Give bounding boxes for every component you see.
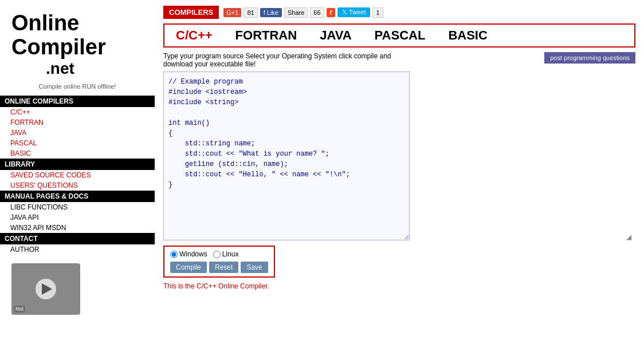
- sidebar-header-contact: CONTACT: [0, 233, 155, 244]
- logo: OnlineCompiler .net: [0, 6, 155, 81]
- sidebar-item-fortran[interactable]: FORTRAN: [0, 117, 155, 128]
- gplus-button[interactable]: G+1: [223, 8, 241, 17]
- sidebar-item-java[interactable]: JAVA: [0, 128, 155, 138]
- sidebar-item-basic[interactable]: BASIC: [0, 148, 155, 159]
- sidebar-item-cpp[interactable]: C/C++: [0, 107, 155, 117]
- sidebar-header-online-compilers: ONLINE COMPILERS: [0, 96, 155, 107]
- windows-label: Windows: [179, 250, 207, 258]
- linux-label: Linux: [222, 250, 239, 258]
- video-thumbnail[interactable]: RM: [11, 263, 80, 315]
- social-buttons: G+1 81 f Like Share 66 f 𝕏 Tweet 1: [223, 7, 383, 18]
- os-selector-row: Windows Linux: [170, 250, 268, 258]
- tweet-count: 1: [372, 7, 383, 18]
- gplus-count: 81: [244, 7, 257, 18]
- play-button[interactable]: [36, 279, 56, 299]
- fb-icon: f: [264, 9, 265, 16]
- sidebar-header-library: LIBRARY: [0, 159, 155, 170]
- logo-net: .net: [46, 60, 143, 78]
- tweet-button[interactable]: 𝕏 Tweet: [337, 7, 370, 17]
- sidebar-item-users-questions[interactable]: USERS' QUESTIONS: [0, 180, 155, 191]
- lang-nav-basic[interactable]: BASIC: [448, 28, 487, 43]
- instruction-text: Type your program source Select your Ope…: [163, 52, 392, 68]
- os-buttons-bar: Windows Linux Compile Reset Save: [163, 246, 275, 278]
- sidebar-item-author[interactable]: AUTHOR: [0, 244, 155, 255]
- code-editor[interactable]: // Example program #include <iostream> #…: [163, 72, 410, 240]
- footer-text: This is the C/C++ Online Compiler.: [163, 282, 635, 290]
- instruction-bar: Type your program source Select your Ope…: [163, 52, 635, 68]
- facebook-share-button[interactable]: Share: [284, 7, 308, 18]
- sidebar-item-win32[interactable]: WIN32 API MSDN: [0, 223, 155, 233]
- stumble-button[interactable]: f: [327, 8, 336, 17]
- action-buttons: Compile Reset Save: [170, 262, 268, 273]
- linux-radio[interactable]: [213, 251, 221, 258]
- lang-nav-cpp[interactable]: C/C++: [176, 28, 213, 43]
- play-triangle-icon: [42, 283, 52, 295]
- facebook-like-button[interactable]: f Like: [260, 8, 282, 17]
- logo-tagline: Compile online RUN offline!: [0, 83, 155, 90]
- language-nav: C/C++ FORTRAN JAVA PASCAL BASIC: [163, 23, 635, 48]
- resize-handle-icon[interactable]: ◢: [626, 233, 633, 240]
- facebook-count: 66: [310, 7, 324, 18]
- sidebar-item-java-api[interactable]: JAVA API: [0, 212, 155, 223]
- reset-button[interactable]: Reset: [209, 262, 238, 273]
- twitter-icon: 𝕏: [342, 9, 347, 15]
- sidebar-item-saved-source-codes[interactable]: SAVED SOURCE CODES: [0, 170, 155, 180]
- sidebar-item-pascal[interactable]: PASCAL: [0, 138, 155, 148]
- compilers-button[interactable]: COMPILERS: [163, 6, 219, 19]
- top-bar: COMPILERS G+1 81 f Like Share 66 f 𝕏 Twe…: [163, 6, 635, 19]
- logo-title: OnlineCompiler: [11, 11, 143, 60]
- rm-badge: RM: [14, 306, 25, 313]
- sidebar-item-libc[interactable]: LIBC FUNCTIONS: [0, 202, 155, 212]
- lang-nav-java[interactable]: JAVA: [320, 28, 351, 43]
- code-editor-wrapper: // Example program #include <iostream> #…: [163, 72, 635, 242]
- windows-radio-label[interactable]: Windows: [170, 250, 207, 258]
- lang-nav-fortran[interactable]: FORTRAN: [235, 28, 297, 43]
- compile-button[interactable]: Compile: [170, 262, 207, 273]
- windows-radio[interactable]: [170, 251, 178, 258]
- linux-radio-label[interactable]: Linux: [213, 250, 239, 258]
- post-questions-button[interactable]: post programming questions: [544, 52, 635, 64]
- lang-nav-pascal[interactable]: PASCAL: [375, 28, 426, 43]
- save-button[interactable]: Save: [241, 262, 268, 273]
- sidebar-header-manual-pages: MANUAL PAGES & DOCS: [0, 191, 155, 202]
